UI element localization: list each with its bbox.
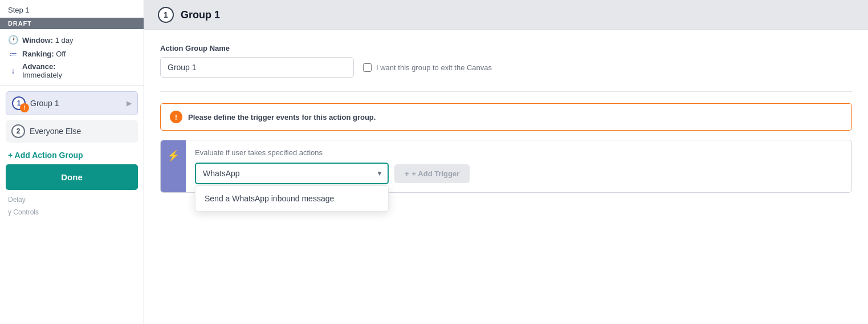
ranking-row: ≔ Ranking: Off [8, 48, 136, 59]
clock-icon: 🕐 [8, 35, 18, 45]
header-group-num: 1 [158, 7, 174, 23]
group-label-2: Everyone Else [30, 127, 81, 136]
action-group-name-input[interactable] [160, 57, 354, 78]
window-row: 🕐 Window: 1 day [8, 35, 136, 45]
advance-row: ↓ Advance:Immediately [8, 62, 136, 79]
draft-banner: DRAFT [0, 18, 144, 29]
trigger-select[interactable]: WhatsApp [195, 163, 389, 184]
evaluate-block: ⚡ Evaluate if user takes specified actio… [160, 140, 852, 193]
group-arrow-1: ▶ [127, 99, 132, 107]
dropdown-menu: Send a WhatsApp inbound message [195, 185, 389, 212]
dropdown-item-whatsapp-inbound[interactable]: Send a WhatsApp inbound message [195, 186, 388, 211]
delay-label: Delay [0, 193, 144, 206]
trigger-row: WhatsApp ▼ Send a WhatsApp inbound messa… [195, 163, 842, 184]
advance-icon: ↓ [8, 66, 18, 76]
add-trigger-label: + Add Trigger [412, 169, 460, 178]
group-num-2: 2 [11, 124, 25, 138]
field-row: I want this group to exit the Canvas [160, 57, 852, 78]
evaluate-sidebar-bar: ⚡ [161, 140, 186, 192]
advance-label: Advance:Immediately [22, 62, 62, 79]
warning-banner: ! Please define the trigger events for t… [160, 103, 852, 131]
evaluate-label: Evaluate if user takes specified actions [195, 148, 842, 157]
header-title: Group 1 [181, 9, 220, 21]
main-header: 1 Group 1 [144, 0, 868, 30]
main-body: Action Group Name I want this group to e… [144, 30, 868, 324]
ranking-icon: ≔ [8, 48, 18, 59]
evaluate-content: Evaluate if user takes specified actions… [186, 140, 851, 192]
action-group-name-label: Action Group Name [160, 44, 852, 52]
ranking-label: Ranking: Off [22, 50, 66, 58]
warning-badge-1: ! [20, 103, 29, 112]
plus-icon: + [405, 169, 409, 178]
sidebar-item-everyone-else[interactable]: 2 Everyone Else [6, 120, 138, 143]
exit-canvas-label: I want this group to exit the Canvas [376, 63, 492, 72]
divider [160, 91, 852, 92]
exit-canvas-checkbox[interactable] [363, 63, 372, 72]
warning-text: Please define the trigger events for thi… [188, 113, 376, 122]
warning-exclamation-icon: ! [170, 111, 182, 123]
step-label: Step 1 [0, 0, 144, 14]
group-label-1: Group 1 [30, 99, 59, 108]
sidebar-meta: 🕐 Window: 1 day ≔ Ranking: Off ↓ Advance… [0, 29, 144, 86]
exit-canvas-row: I want this group to exit the Canvas [363, 63, 492, 72]
main-content: 1 Group 1 Action Group Name I want this … [144, 0, 868, 324]
trigger-select-wrapper: WhatsApp ▼ Send a WhatsApp inbound messa… [195, 163, 389, 184]
done-button[interactable]: Done [6, 164, 138, 190]
window-label: Window: 1 day [22, 36, 73, 44]
sidebar: Step 1 DRAFT 🕐 Window: 1 day ≔ Ranking: … [0, 0, 144, 324]
add-action-group-button[interactable]: + Add Action Group [0, 146, 144, 164]
add-trigger-button[interactable]: + + Add Trigger [394, 164, 470, 183]
controls-label: y Controls [0, 206, 144, 218]
lightning-icon: ⚡ [167, 149, 180, 162]
groups-list: 1 ! Group 1 ▶ 2 Everyone Else [0, 86, 144, 146]
sidebar-item-group1[interactable]: 1 ! Group 1 ▶ [6, 91, 138, 115]
